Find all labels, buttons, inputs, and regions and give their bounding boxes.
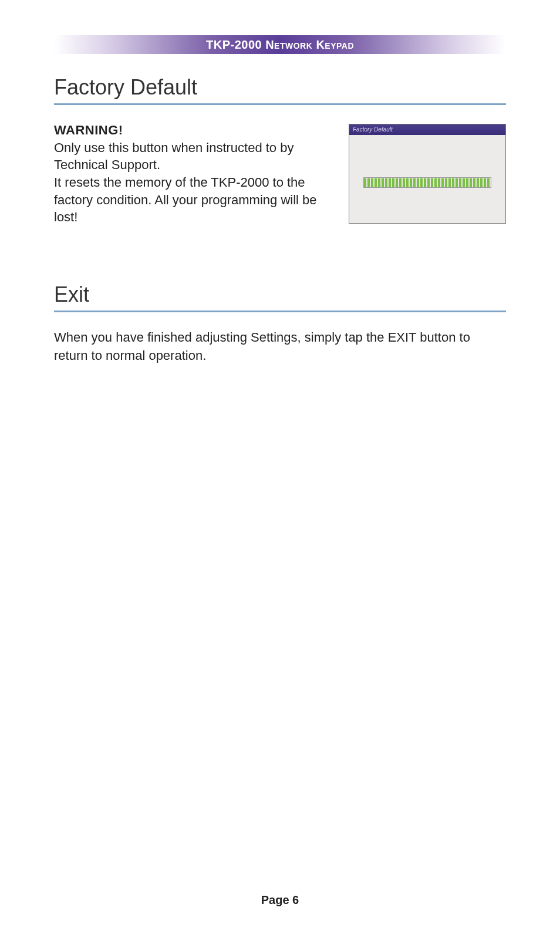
header-bar: TKP-2000 Network Keypad: [54, 35, 506, 54]
factory-default-figure: Factory Default: [349, 124, 506, 224]
header-title: TKP-2000 Network Keypad: [206, 38, 354, 51]
factory-default-text: WARNING! Only use this button when instr…: [54, 122, 335, 226]
factory-default-para1: Only use this button when instructed to …: [54, 140, 294, 173]
figure-body: [349, 135, 505, 223]
document-page: TKP-2000 Network Keypad Factory Default …: [0, 0, 560, 948]
figure-titlebar: Factory Default: [349, 124, 505, 135]
section-title-factory-default: Factory Default: [54, 75, 506, 100]
exit-paragraph: When you have finished adjusting Setting…: [54, 329, 506, 365]
progress-bar: [363, 177, 491, 188]
factory-default-para2: It resets the memory of the TKP-2000 to …: [54, 175, 317, 224]
warning-label: WARNING!: [54, 123, 123, 137]
spacer: [54, 226, 506, 261]
section-rule: [54, 103, 506, 105]
page-footer: Page 6: [0, 893, 560, 907]
page-number: Page 6: [261, 893, 299, 906]
section-rule: [54, 311, 506, 312]
section-title-exit: Exit: [54, 282, 506, 307]
factory-default-row: WARNING! Only use this button when instr…: [54, 122, 506, 226]
